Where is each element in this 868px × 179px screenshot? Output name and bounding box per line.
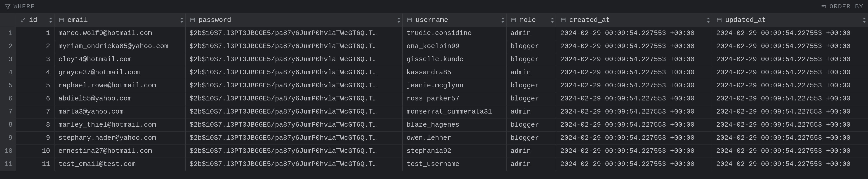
column-header-role[interactable]: role [506, 13, 556, 27]
cell-created-at[interactable]: 2024-02-29 00:09:54.227553 +00:00 [556, 157, 712, 171]
cell-updated-at[interactable]: 2024-02-29 00:09:54.227553 +00:00 [712, 53, 868, 66]
row-number-cell[interactable]: 11 [0, 157, 16, 171]
sort-handle-icon[interactable] [501, 17, 504, 23]
cell-role[interactable]: blogger [506, 79, 556, 92]
sort-handle-icon[interactable] [49, 17, 53, 23]
cell-updated-at[interactable]: 2024-02-29 00:09:54.227553 +00:00 [712, 105, 868, 118]
cell-password[interactable]: $2b$10$7.l3PT3JBGGE5/pa87y6JumP0hvlaTWcG… [185, 157, 402, 171]
cell-email[interactable]: test_email@test.com [54, 157, 185, 171]
cell-updated-at[interactable]: 2024-02-29 00:09:54.227553 +00:00 [712, 118, 868, 131]
cell-username[interactable]: blaze_hagenes [402, 118, 506, 131]
cell-role[interactable]: blogger [506, 118, 556, 131]
cell-created-at[interactable]: 2024-02-29 00:09:54.227553 +00:00 [556, 144, 712, 157]
column-header-id[interactable]: id [16, 13, 54, 27]
cell-role[interactable]: blogger [506, 40, 556, 53]
cell-created-at[interactable]: 2024-02-29 00:09:54.227553 +00:00 [556, 131, 712, 144]
cell-role[interactable]: blogger [506, 53, 556, 66]
row-number-cell[interactable]: 5 [0, 79, 16, 92]
row-number-cell[interactable]: 9 [0, 131, 16, 144]
cell-id[interactable]: 10 [16, 144, 54, 157]
cell-created-at[interactable]: 2024-02-29 00:09:54.227553 +00:00 [556, 118, 712, 131]
cell-id[interactable]: 9 [16, 131, 54, 144]
cell-created-at[interactable]: 2024-02-29 00:09:54.227553 +00:00 [556, 105, 712, 118]
sort-handle-icon[interactable] [551, 17, 554, 23]
cell-username[interactable]: kassandra85 [402, 66, 506, 79]
cell-email[interactable]: marley_thiel@hotmail.com [54, 118, 185, 131]
cell-email[interactable]: abdiel55@yahoo.com [54, 92, 185, 105]
cell-password[interactable]: $2b$10$7.l3PT3JBGGE5/pa87y6JumP0hvlaTWcG… [185, 79, 402, 92]
sort-handle-icon[interactable] [707, 17, 710, 23]
cell-role[interactable]: blogger [506, 131, 556, 144]
table-row[interactable]: 22myriam_ondricka85@yahoo.com$2b$10$7.l3… [0, 40, 868, 53]
cell-id[interactable]: 4 [16, 66, 54, 79]
row-number-cell[interactable]: 1 [0, 27, 16, 40]
cell-created-at[interactable]: 2024-02-29 00:09:54.227553 +00:00 [556, 92, 712, 105]
cell-username[interactable]: trudie.considine [402, 27, 506, 40]
cell-id[interactable]: 2 [16, 40, 54, 53]
cell-updated-at[interactable]: 2024-02-29 00:09:54.227553 +00:00 [712, 92, 868, 105]
sort-handle-icon[interactable] [397, 17, 401, 23]
cell-role[interactable]: admin [506, 157, 556, 171]
cell-username[interactable]: test_username [402, 157, 506, 171]
cell-id[interactable]: 11 [16, 157, 54, 171]
cell-password[interactable]: $2b$10$7.l3PT3JBGGE5/pa87y6JumP0hvlaTWcG… [185, 131, 402, 144]
table-row[interactable]: 11marco.wolf9@hotmail.com$2b$10$7.l3PT3J… [0, 27, 868, 40]
table-row[interactable]: 66abdiel55@yahoo.com$2b$10$7.l3PT3JBGGE5… [0, 92, 868, 105]
cell-id[interactable]: 5 [16, 79, 54, 92]
cell-updated-at[interactable]: 2024-02-29 00:09:54.227553 +00:00 [712, 144, 868, 157]
cell-email[interactable]: grayce37@hotmail.com [54, 66, 185, 79]
cell-username[interactable]: stephania92 [402, 144, 506, 157]
cell-updated-at[interactable]: 2024-02-29 00:09:54.227553 +00:00 [712, 27, 868, 40]
cell-email[interactable]: marco.wolf9@hotmail.com [54, 27, 185, 40]
cell-updated-at[interactable]: 2024-02-29 00:09:54.227553 +00:00 [712, 131, 868, 144]
column-header-password[interactable]: password [185, 13, 402, 27]
cell-email[interactable]: stephany.nader@yahoo.com [54, 131, 185, 144]
table-row[interactable]: 99stephany.nader@yahoo.com$2b$10$7.l3PT3… [0, 131, 868, 144]
sort-handle-icon[interactable] [863, 17, 866, 23]
column-header-updated-at[interactable]: updated_at [712, 13, 868, 27]
table-row[interactable]: 77marta3@yahoo.com$2b$10$7.l3PT3JBGGE5/p… [0, 105, 868, 118]
cell-email[interactable]: marta3@yahoo.com [54, 105, 185, 118]
cell-created-at[interactable]: 2024-02-29 00:09:54.227553 +00:00 [556, 66, 712, 79]
cell-password[interactable]: $2b$10$7.l3PT3JBGGE5/pa87y6JumP0hvlaTWcG… [185, 53, 402, 66]
cell-id[interactable]: 7 [16, 105, 54, 118]
cell-username[interactable]: ona_koelpin99 [402, 40, 506, 53]
cell-username[interactable]: owen.lehner [402, 131, 506, 144]
cell-password[interactable]: $2b$10$7.l3PT3JBGGE5/pa87y6JumP0hvlaTWcG… [185, 92, 402, 105]
cell-role[interactable]: admin [506, 27, 556, 40]
cell-password[interactable]: $2b$10$7.l3PT3JBGGE5/pa87y6JumP0hvlaTWcG… [185, 27, 402, 40]
row-number-header[interactable] [0, 13, 16, 27]
column-header-username[interactable]: username [402, 13, 506, 27]
cell-updated-at[interactable]: 2024-02-29 00:09:54.227553 +00:00 [712, 66, 868, 79]
cell-id[interactable]: 6 [16, 92, 54, 105]
table-row[interactable]: 1010ernestina27@hotmail.com$2b$10$7.l3PT… [0, 144, 868, 157]
table-row[interactable]: 44grayce37@hotmail.com$2b$10$7.l3PT3JBGG… [0, 66, 868, 79]
cell-password[interactable]: $2b$10$7.l3PT3JBGGE5/pa87y6JumP0hvlaTWcG… [185, 40, 402, 53]
cell-role[interactable]: admin [506, 105, 556, 118]
sort-handle-icon[interactable] [180, 17, 184, 23]
cell-role[interactable]: admin [506, 66, 556, 79]
where-clause-area[interactable]: WHERE [4, 3, 818, 10]
row-number-cell[interactable]: 3 [0, 53, 16, 66]
cell-password[interactable]: $2b$10$7.l3PT3JBGGE5/pa87y6JumP0hvlaTWcG… [185, 144, 402, 157]
cell-username[interactable]: monserrat_cummerata31 [402, 105, 506, 118]
cell-username[interactable]: ross_parker57 [402, 92, 506, 105]
order-by-area[interactable]: ORDER BY [820, 3, 864, 10]
cell-updated-at[interactable]: 2024-02-29 00:09:54.227553 +00:00 [712, 40, 868, 53]
cell-created-at[interactable]: 2024-02-29 00:09:54.227553 +00:00 [556, 40, 712, 53]
row-number-cell[interactable]: 7 [0, 105, 16, 118]
cell-role[interactable]: admin [506, 144, 556, 157]
cell-created-at[interactable]: 2024-02-29 00:09:54.227553 +00:00 [556, 79, 712, 92]
row-number-cell[interactable]: 2 [0, 40, 16, 53]
cell-id[interactable]: 1 [16, 27, 54, 40]
row-number-cell[interactable]: 4 [0, 66, 16, 79]
cell-updated-at[interactable]: 2024-02-29 00:09:54.227553 +00:00 [712, 157, 868, 171]
cell-id[interactable]: 3 [16, 53, 54, 66]
cell-password[interactable]: $2b$10$7.l3PT3JBGGE5/pa87y6JumP0hvlaTWcG… [185, 105, 402, 118]
cell-email[interactable]: raphael.rowe@hotmail.com [54, 79, 185, 92]
table-row[interactable]: 55raphael.rowe@hotmail.com$2b$10$7.l3PT3… [0, 79, 868, 92]
cell-email[interactable]: ernestina27@hotmail.com [54, 144, 185, 157]
table-row[interactable]: 88marley_thiel@hotmail.com$2b$10$7.l3PT3… [0, 118, 868, 131]
column-header-created-at[interactable]: created_at [556, 13, 712, 27]
row-number-cell[interactable]: 8 [0, 118, 16, 131]
